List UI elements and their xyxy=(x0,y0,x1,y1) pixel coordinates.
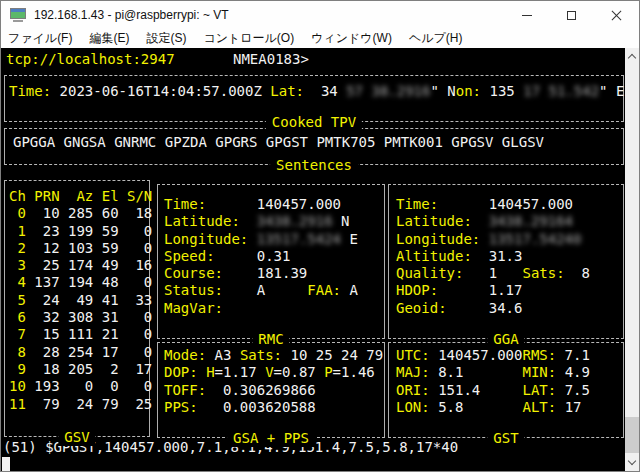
terminal-line: 2 12 103 59 0 xyxy=(9,240,149,257)
terminal-line: 9 18 205 2 17 xyxy=(9,361,149,378)
teraterm-vt-icon xyxy=(10,8,26,22)
scrollbar-thumb[interactable] xyxy=(625,417,639,453)
minimize-icon xyxy=(522,15,532,16)
terminal-line: PPS: 0.003620588 xyxy=(164,399,384,416)
maximize-icon xyxy=(567,11,576,20)
gsa-pps-panel: Mode: A3 Sats: 10 25 24 79 DOP: H=1.17 V… xyxy=(157,342,385,438)
terminal-cursor xyxy=(2,457,10,472)
terminal-line: Mode: A3 Sats: 10 25 24 79 xyxy=(164,347,384,364)
chevron-up-icon xyxy=(628,54,636,62)
gst-label: GST xyxy=(487,430,524,447)
minimize-button[interactable] xyxy=(504,1,549,29)
terminal-line: Course: 181.39 xyxy=(164,265,384,282)
terminal-line: Longitude: 13517.54240 xyxy=(396,231,623,248)
terminal-line: UTC: 140457.000RMS: 7.1 xyxy=(396,347,623,364)
vertical-scrollbar[interactable] xyxy=(625,48,639,471)
gst-body: UTC: 140457.000RMS: 7.1MAJ: 8.1 MIN: 4.9… xyxy=(389,343,623,416)
rmc-panel: Time: 140457.000Latitude: 3438.2916 NLon… xyxy=(157,184,385,339)
terminal-line: MagVar: xyxy=(164,300,384,317)
terminal-line: Geoid: 34.6 xyxy=(396,300,623,317)
gsv-label: GSV xyxy=(58,429,95,446)
menu-item-help[interactable]: ヘルプ(H) xyxy=(409,30,463,47)
sentences-label: Sentences xyxy=(270,157,358,174)
terminal-line: 4 137 194 48 0 xyxy=(9,274,149,291)
sentences-panel: GPGGA GNGSA GNRMC GPZDA GPGRS GPGST PMTK… xyxy=(4,128,624,165)
gpsd-device-url: tcp://localhost:2947 xyxy=(6,51,175,68)
terminal-line: Latitude: 3438.2916 N xyxy=(164,213,384,230)
gga-body: Time: 140457.000Latitude: 3438.29164Long… xyxy=(389,185,623,317)
terminal-line: Quality: 1 Sats: 8 xyxy=(396,265,623,282)
gst-panel: UTC: 140457.000RMS: 7.1MAJ: 8.1 MIN: 4.9… xyxy=(388,342,624,438)
terminal-line: 0 10 285 60 18 xyxy=(9,205,149,222)
rmc-label: RMC xyxy=(252,331,289,348)
terminal-line: 1 23 199 59 0 xyxy=(9,223,149,240)
terminal-line: 5 24 49 41 33 xyxy=(9,292,149,309)
window-title: 192.168.1.43 - pi@raspberrypi: ~ VT xyxy=(34,8,229,22)
terminal-line: Latitude: 3438.29164 xyxy=(396,213,623,230)
gsa-pps-label: GSA + PPS xyxy=(227,430,315,447)
maximize-button[interactable] xyxy=(549,1,594,29)
terminal-line: Time: 140457.000 xyxy=(396,196,623,213)
title-bar[interactable]: 192.168.1.43 - pi@raspberrypi: ~ VT xyxy=(1,1,639,29)
menu-item-edit[interactable]: 編集(E) xyxy=(89,30,129,47)
gga-label: GGA xyxy=(487,331,524,348)
terminal-line: Ch PRN Az El S/N xyxy=(9,188,149,205)
rmc-body: Time: 140457.000Latitude: 3438.2916 NLon… xyxy=(158,185,384,317)
menu-item-control[interactable]: コントロール(O) xyxy=(203,30,294,47)
menu-item-file[interactable]: ファイル(F) xyxy=(8,30,72,47)
menu-bar: ファイル(F) 編集(E) 設定(S) コントロール(O) ウィンドウ(W) ヘ… xyxy=(1,29,639,48)
terminal-line: Longitude: 13517.5424 E xyxy=(164,231,384,248)
terminal-line: TOFF: 0.306269866 xyxy=(164,382,384,399)
terminal-line: ORI: 151.4 LAT: 7.5 xyxy=(396,382,623,399)
terminal-line: LON: 5.8 ALT: 17 xyxy=(396,399,623,416)
cooked-tpv-label: Cooked TPV xyxy=(266,114,362,131)
teraterm-window: 192.168.1.43 - pi@raspberrypi: ~ VT ファイル… xyxy=(0,0,640,472)
terminal-line: HDOP: 1.17 xyxy=(396,282,623,299)
terminal-line: Time: 140457.000 xyxy=(164,196,384,213)
terminal-line: Speed: 0.31 xyxy=(164,248,384,265)
terminal-line: 7 15 111 21 0 xyxy=(9,326,149,343)
gps-driver-prompt: NMEA0183> xyxy=(233,51,309,68)
terminal-line: Time: 2023-06-16T14:04:57.000Z Lat: 34 5… xyxy=(9,83,623,100)
gsa-pps-body: Mode: A3 Sats: 10 25 24 79 DOP: H=1.17 V… xyxy=(158,343,384,416)
terminal-line: 6 32 308 31 0 xyxy=(9,309,149,326)
close-button[interactable] xyxy=(594,1,639,29)
terminal-line: Status: A FAA: A xyxy=(164,282,384,299)
terminal-line: 3 25 174 49 16 xyxy=(9,257,149,274)
terminal-line: DOP: H=1.17 V=0.87 P=1.46 xyxy=(164,364,384,381)
scroll-down-button[interactable] xyxy=(625,455,639,471)
gsv-satellite-table: Ch PRN Az El S/N 0 10 285 60 18 1 23 199… xyxy=(5,181,149,413)
gsv-satellite-panel: Ch PRN Az El S/N 0 10 285 60 18 1 23 199… xyxy=(4,180,150,437)
sentences-body: GPGGA GNGSA GNRMC GPZDA GPGRS GPGST PMTK… xyxy=(5,129,623,151)
cooked-tpv-panel: Time: 2023-06-16T14:04:57.000Z Lat: 34 5… xyxy=(4,75,624,122)
close-icon xyxy=(611,10,622,21)
cooked-tpv-body: Time: 2023-06-16T14:04:57.000Z Lat: 34 5… xyxy=(5,76,623,100)
terminal-line: 8 28 254 17 0 xyxy=(9,344,149,361)
terminal-line: MAJ: 8.1 MIN: 4.9 xyxy=(396,364,623,381)
gga-panel: Time: 140457.000Latitude: 3438.29164Long… xyxy=(388,184,624,339)
terminal-line: Altitude: 31.3 xyxy=(396,248,623,265)
menu-item-window[interactable]: ウィンドウ(W) xyxy=(311,30,392,47)
terminal-line: 11 79 24 79 25 xyxy=(9,396,149,413)
scroll-up-button[interactable] xyxy=(625,48,639,64)
terminal-screen[interactable]: tcp://localhost:2947 NMEA0183> Time: 202… xyxy=(1,48,625,471)
menu-item-setup[interactable]: 設定(S) xyxy=(146,30,186,47)
terminal-line: 10 193 0 0 0 xyxy=(9,378,149,395)
chevron-down-icon xyxy=(628,457,636,465)
terminal-line: GPGGA GNGSA GNRMC GPZDA GPGRS GPGST PMTK… xyxy=(13,134,623,151)
